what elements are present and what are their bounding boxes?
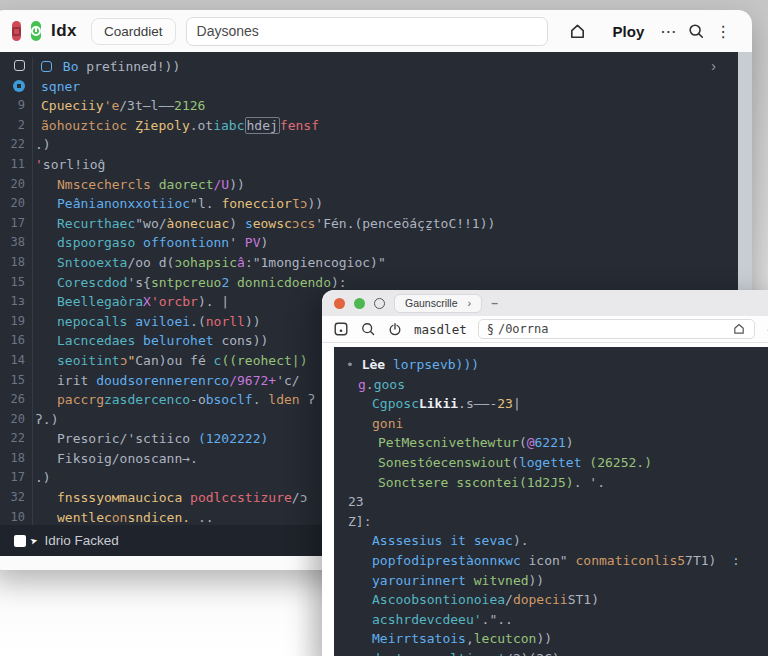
code-token: fensf: [280, 118, 319, 133]
code-token: .): [35, 137, 51, 152]
code-line[interactable]: PetMescnivethewtur(@6221): [334, 433, 768, 453]
code-text: • Lèe lorpsevb))): [334, 355, 768, 375]
code-token: 23: [497, 396, 513, 411]
code-line[interactable]: popfodiprestàonnκwc icon" conmaticonlis5…: [334, 551, 768, 571]
browser-window: Gaunscrille › – masdlet § /0orrna: [322, 290, 768, 656]
code-line[interactable]: 22.): [0, 135, 738, 155]
home-icon[interactable]: [568, 19, 587, 43]
minimized-tab[interactable]: –: [491, 296, 498, 310]
editor-tab[interactable]: Coarddiet: [91, 18, 176, 45]
code-token: (1d2J5): [519, 475, 574, 490]
app-clock-icon[interactable]: [31, 21, 41, 41]
browser-tab[interactable]: Gaunscrille ›: [394, 294, 482, 313]
code-line[interactable]: 20Nmscechercls daorect/U)): [0, 175, 738, 195]
code-line[interactable]: CgposcLikii.s——-23|: [334, 394, 768, 414]
square-gutter-icon[interactable]: [0, 57, 32, 77]
code-line[interactable]: goni: [334, 414, 768, 434]
code-viewer[interactable]: • Lèe lorpsevb)))g.goosCgposcLikii.s——-2…: [334, 347, 768, 656]
tab-chevron-icon: ›: [468, 297, 472, 309]
line-number: 20: [0, 410, 32, 430]
dot-gutter-icon[interactable]: [0, 77, 32, 97]
code-token: goni: [372, 416, 403, 431]
code-token: Recurthaec: [57, 216, 135, 231]
browser-body: • Lèe lorpsevb)))g.goosCgposcLikii.s——-2…: [322, 343, 768, 656]
status-square-icon: [14, 535, 26, 547]
zoom-traffic-light[interactable]: [354, 298, 365, 309]
code-line[interactable]: Sonestóecenswiout(logettet (26252.): [334, 453, 768, 473]
code-token: 2126: [174, 98, 205, 113]
code-line[interactable]: acshrdevcdeeu'."..: [334, 610, 768, 630]
app-window-icon[interactable]: [333, 321, 349, 337]
line-number: 19: [0, 312, 32, 332]
code-token: acshrdevcdeeu': [372, 612, 482, 627]
code-token: 6221: [535, 435, 566, 450]
code-line-list: • Lèe lorpsevb)))g.goosCgposcLikii.s——-2…: [334, 355, 768, 656]
code-token: ..: [190, 510, 213, 525]
code-token: â: [237, 255, 245, 270]
close-traffic-light[interactable]: [334, 298, 345, 309]
search-icon[interactable]: [360, 321, 376, 337]
code-token: Cgposc: [372, 396, 419, 411]
line-number: 11: [0, 155, 32, 175]
line-number: 22: [0, 429, 32, 449]
code-token: Lacncedaes: [57, 333, 143, 348]
code-token: (26252.): [582, 455, 652, 470]
line-number: 1ɜ: [0, 292, 32, 312]
code-token: :: [245, 255, 253, 270]
code-token: .: [366, 377, 374, 392]
code-line[interactable]: 20Peânianonxxotiioc"l. fonecciorƖɔ)): [0, 194, 738, 214]
address-text: /0orrna: [498, 322, 549, 336]
code-token: Ȥiepoly: [135, 118, 190, 133]
code-token: irit: [57, 373, 96, 388]
titlebar-search-input[interactable]: [186, 17, 548, 46]
code-text: Asssesius it sevac).: [334, 531, 768, 551]
code-token: .(: [190, 314, 206, 329]
code-line[interactable]: 38dspoorgaso offoontionn' PV): [0, 233, 738, 253]
circle-icon[interactable]: [374, 298, 385, 309]
code-line[interactable]: Sonctsere sscontei(1d2J5). '.: [334, 473, 768, 493]
address-bar[interactable]: § /0orrna: [478, 319, 756, 339]
ellipsis-menu-icon[interactable]: ⋯: [660, 22, 677, 41]
code-line[interactable]: sqner: [0, 77, 738, 97]
code-line[interactable]: g.goos: [334, 375, 768, 395]
code-line[interactable]: 9Cpueciiy'e/3t—l——2126: [0, 96, 738, 116]
code-text: Z]:: [334, 512, 768, 532]
code-line[interactable]: 2ãohouztcioc Ȥiepoly.otiabchdejfensf: [0, 116, 738, 136]
code-line[interactable]: 17Recurthaec"wo/àonecuac) seowscɔcs'Fén.…: [0, 214, 738, 234]
code-token: iabc: [213, 118, 244, 133]
home-icon[interactable]: [732, 322, 746, 336]
code-token: sqner: [41, 79, 80, 94]
code-line[interactable]: Asssesius it sevac).: [334, 531, 768, 551]
desktop-background: Idx Coarddiet Ploy ⋯ ⋮ › Bo preťinned!))…: [0, 0, 768, 656]
code-line[interactable]: Z]:: [334, 512, 768, 532]
search-icon[interactable]: [687, 19, 705, 43]
app-red-icon[interactable]: [12, 21, 21, 41]
browser-titlebar: Gaunscrille › –: [322, 290, 768, 316]
chevron-right-icon[interactable]: ›: [711, 58, 716, 74]
code-line[interactable]: 11'sorl!ioĝ: [0, 155, 738, 175]
code-text: yarourinnert witvned)): [334, 571, 768, 591]
code-token: :: [716, 553, 739, 568]
code-line[interactable]: 23: [334, 492, 768, 512]
code-token: ). |: [198, 294, 229, 309]
code-line[interactable]: dostoconoeltinas'/2)(2C):: [334, 649, 768, 656]
code-token: àonecuac: [167, 216, 230, 231]
code-token: g: [358, 377, 366, 392]
code-line[interactable]: 18Sntooexta/oo d(ɔohapsicâ:"1mongiencogi…: [0, 253, 738, 273]
power-icon[interactable]: [387, 321, 403, 337]
code-token: belurohet: [143, 333, 221, 348]
code-line[interactable]: Ascoobsontionoiea/dopeciiST1): [334, 590, 768, 610]
code-line[interactable]: Meirrtsatois,lecutcon)): [334, 629, 768, 649]
code-token: ɔohapsic: [174, 255, 237, 270]
kebab-menu-icon[interactable]: ⋮: [715, 22, 732, 41]
code-token: ': [229, 235, 245, 250]
code-token: ST1): [568, 592, 599, 607]
code-line[interactable]: • Lèe lorpsevb))): [334, 355, 768, 375]
code-line[interactable]: Bo preťinned!)): [0, 57, 738, 77]
code-text: Bo preťinned!)): [32, 57, 738, 77]
code-line[interactable]: yarourinnert witvned)): [334, 571, 768, 591]
code-token: )): [229, 177, 245, 192]
code-token: logettet: [519, 455, 582, 470]
play-button[interactable]: Ploy: [607, 23, 651, 40]
code-token: doudsorennerenrco: [96, 373, 229, 388]
